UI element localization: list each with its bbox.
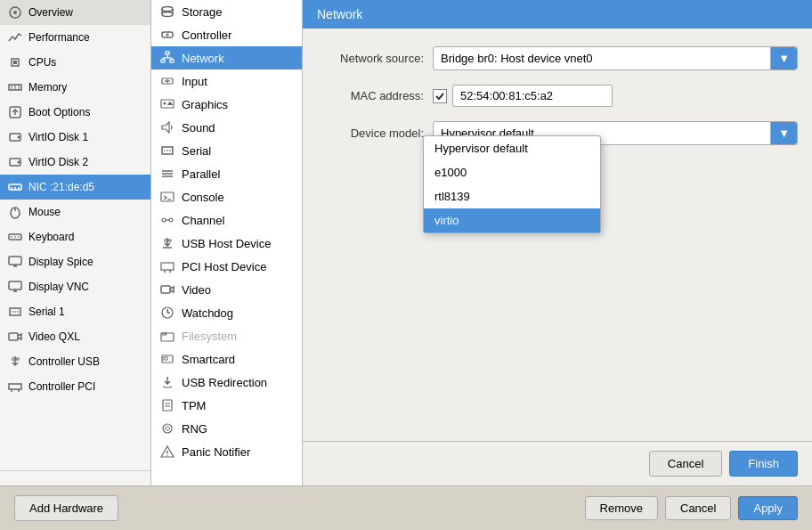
hw-list: StorageControllerNetworkInputGraphicsSou…: [151, 0, 303, 485]
hw-item-storage[interactable]: Storage: [151, 0, 302, 23]
storage-icon: [160, 4, 175, 19]
content-header: Network: [303, 0, 812, 29]
network-source-select[interactable]: Bridge br0: Host device vnet0 ▼: [433, 46, 798, 70]
hw-item-input[interactable]: Input: [151, 69, 302, 93]
dropdown-option-2[interactable]: rtl8139: [424, 184, 600, 208]
sidebar-item-keyboard[interactable]: Keyboard: [0, 224, 150, 249]
sidebar-item-virtio-disk-2[interactable]: VirtIO Disk 2: [0, 150, 150, 175]
sidebar-item-nic-21ded5[interactable]: NIC :21:de:d5: [0, 175, 150, 200]
sidebar-item-label-13: Video QXL: [28, 330, 80, 343]
svg-point-11: [18, 136, 20, 139]
svg-rect-27: [9, 281, 21, 289]
svg-point-40: [162, 7, 173, 12]
svg-rect-24: [9, 257, 21, 265]
hw-item-label-9: Channel: [182, 214, 224, 227]
hw-item-label-6: Serial: [182, 144, 211, 158]
sidebar-item-label-6: VirtIO Disk 2: [28, 156, 88, 168]
hw-item-console[interactable]: Console: [151, 185, 302, 208]
video-icon: [160, 282, 175, 297]
hw-item-video[interactable]: Video: [151, 278, 302, 301]
svg-rect-34: [9, 333, 18, 340]
panic-icon: [160, 444, 175, 459]
dialog-cancel-button[interactable]: Cancel: [649, 451, 722, 477]
sidebar-item-label-3: Memory: [28, 81, 67, 94]
hw-item-serial[interactable]: Serial: [151, 139, 302, 162]
nic-icon: [7, 179, 23, 195]
disk-icon: [7, 129, 23, 145]
hw-item-smartcard[interactable]: Smartcard: [151, 347, 302, 371]
sidebar-item-video-qxl[interactable]: Video QXL: [0, 324, 150, 349]
network-source-row: Network source: Bridge br0: Host device …: [317, 46, 798, 70]
sidebar-item-label-2: CPUs: [28, 56, 56, 69]
cancel-button[interactable]: Cancel: [665, 496, 731, 520]
hw-item-tpm[interactable]: TPM: [151, 394, 302, 417]
dropdown-option-1[interactable]: e1000: [424, 160, 600, 184]
mac-address-row: MAC address:: [317, 85, 798, 107]
hw-item-label-12: Video: [182, 283, 211, 297]
hw-item-label-10: USB Host Device: [182, 237, 271, 250]
apply-button[interactable]: Apply: [738, 496, 798, 520]
hw-item-parallel[interactable]: Parallel: [151, 162, 302, 185]
hw-item-label-8: Console: [182, 191, 224, 204]
svg-point-58: [164, 102, 166, 105]
svg-rect-85: [163, 400, 172, 411]
input-icon: [160, 74, 175, 88]
sidebar-item-label-4: Boot Options: [28, 106, 90, 118]
svg-rect-48: [161, 60, 165, 62]
sidebar-item-overview[interactable]: Overview: [0, 0, 150, 25]
controller-icon: [160, 28, 175, 42]
smartcard-icon: [160, 352, 175, 366]
sidebar-item-label-7: NIC :21:de:d5: [28, 181, 94, 193]
dropdown-option-3[interactable]: virtio: [424, 208, 600, 232]
svg-rect-37: [9, 384, 21, 389]
svg-point-72: [165, 240, 167, 242]
hw-item-pci-host-device[interactable]: PCI Host Device: [151, 255, 302, 278]
sidebar-item-label-14: Controller USB: [28, 355, 100, 368]
hw-item-rng[interactable]: RNG: [151, 417, 302, 440]
hw-item-usb-host-device[interactable]: USB Host Device: [151, 232, 302, 255]
sidebar-item-mouse[interactable]: Mouse: [0, 200, 150, 224]
remove-button[interactable]: Remove: [585, 496, 658, 520]
bottom-actions: Remove Cancel Apply: [585, 496, 798, 520]
sidebar-item-controller-usb[interactable]: Controller USB: [0, 349, 150, 374]
hw-item-controller[interactable]: Controller: [151, 23, 302, 46]
serial-icon: [7, 304, 23, 320]
hw-item-label-16: USB Redirection: [182, 376, 267, 389]
mac-checkbox[interactable]: [433, 89, 447, 103]
sidebar-item-controller-pci[interactable]: Controller PCI: [0, 374, 150, 399]
sidebar-item-cpus[interactable]: CPUs: [0, 50, 150, 75]
sidebar-item-display-spice[interactable]: Display Spice: [0, 249, 150, 274]
hw-item-label-0: Storage: [182, 5, 223, 19]
sidebar-item-label-10: Display Spice: [28, 256, 93, 268]
hw-item-label-4: Graphics: [182, 98, 228, 111]
hw-item-panic-notifier[interactable]: Panic Notifier: [151, 440, 302, 463]
sidebar-item-performance[interactable]: Performance: [0, 25, 150, 50]
add-hardware-button[interactable]: Add Hardware: [14, 495, 118, 521]
hw-item-watchdog[interactable]: Watchdog: [151, 301, 302, 324]
sidebar-item-virtio-disk-1[interactable]: VirtIO Disk 1: [0, 125, 150, 150]
content-body: Network source: Bridge br0: Host device …: [303, 29, 812, 441]
sidebar-item-boot-options[interactable]: Boot Options: [0, 100, 150, 125]
sidebar-item-memory[interactable]: Memory: [0, 75, 150, 100]
hw-item-label-18: RNG: [182, 422, 207, 436]
sidebar-item-serial-1[interactable]: Serial 1: [0, 299, 150, 324]
hw-item-label-15: Smartcard: [182, 353, 235, 366]
mac-address-label: MAC address:: [317, 89, 424, 102]
content-panel: Network Network source: Bridge br0: Host…: [303, 0, 812, 485]
memory-icon: [7, 79, 23, 95]
svg-point-13: [18, 161, 20, 164]
network-source-arrow-icon[interactable]: ▼: [770, 47, 797, 69]
sidebar-item-display-vnc[interactable]: Display VNC: [0, 274, 150, 299]
hw-item-channel[interactable]: Channel: [151, 208, 302, 232]
fs-icon: [160, 329, 175, 343]
hw-item-label-14: Filesystem: [182, 330, 237, 343]
device-model-arrow-icon[interactable]: ▼: [770, 122, 797, 144]
dialog-finish-button[interactable]: Finish: [729, 451, 798, 477]
hw-item-graphics[interactable]: Graphics: [151, 93, 302, 116]
hw-item-sound[interactable]: Sound: [151, 116, 302, 139]
hw-item-network[interactable]: Network: [151, 46, 302, 69]
mac-input[interactable]: [452, 85, 613, 107]
hw-item-label-17: TPM: [182, 399, 206, 412]
hw-item-usb-redirection[interactable]: USB Redirection: [151, 371, 302, 394]
dropdown-option-0[interactable]: Hypervisor default: [424, 136, 600, 160]
